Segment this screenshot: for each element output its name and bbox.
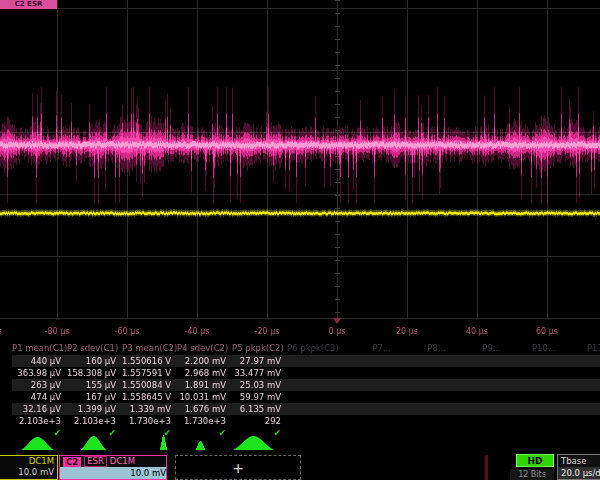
param-value-empty bbox=[397, 403, 452, 415]
param-value: 292 bbox=[232, 415, 287, 427]
param-value: 474 µV bbox=[12, 391, 67, 403]
param-value-empty bbox=[397, 367, 452, 379]
timebase-value: 20.0 µs/div bbox=[558, 467, 600, 479]
param-value-empty bbox=[562, 379, 600, 391]
param-value-empty bbox=[342, 403, 397, 415]
c2-scale-value: 10.0 mV bbox=[60, 467, 166, 479]
param-value: 59.97 mV bbox=[232, 391, 287, 403]
param-value: 1.891 mV bbox=[177, 379, 232, 391]
param-value: 1.550616 V bbox=[122, 355, 177, 367]
param-value-empty bbox=[452, 379, 507, 391]
param-value-empty bbox=[287, 415, 342, 427]
param-value: 1.558645 V bbox=[122, 391, 177, 403]
param-value-empty bbox=[397, 355, 452, 367]
time-axis-label: -20 µs bbox=[255, 327, 280, 336]
param-value: 32.16 µV bbox=[12, 403, 67, 415]
timebase-label: Tbase bbox=[558, 455, 600, 467]
param-value: 167 µV bbox=[67, 391, 122, 403]
param-header[interactable]: P4 sdev(C2) bbox=[177, 342, 232, 355]
param-header-inactive[interactable]: P10... bbox=[507, 342, 562, 355]
param-value: 263 µV bbox=[12, 379, 67, 391]
measure-table: P1 mean(C1)P2 sdev(C1)P3 mean(C2)P4 sdev… bbox=[0, 342, 600, 439]
param-value-empty bbox=[562, 403, 600, 415]
bottom-bar: DC1M 10.0 mV C2 ESR DC1M 10.0 mV + HD 12… bbox=[0, 450, 600, 480]
param-value-empty bbox=[452, 355, 507, 367]
param-value: 155 µV bbox=[67, 379, 122, 391]
trigger-time-marker[interactable] bbox=[333, 318, 341, 324]
param-value: 1.676 mV bbox=[177, 403, 232, 415]
param-value-empty bbox=[287, 355, 342, 367]
param-header-inactive[interactable]: P6 pkpk(C3) bbox=[287, 342, 342, 355]
param-value-empty bbox=[562, 415, 600, 427]
c2-coupling-label: DC1M bbox=[110, 456, 135, 467]
cropped-box-edge bbox=[485, 455, 488, 480]
param-value-empty bbox=[507, 415, 562, 427]
param-value-empty bbox=[452, 367, 507, 379]
param-value-empty bbox=[507, 355, 562, 367]
param-value: 2.200 mV bbox=[177, 355, 232, 367]
param-value-empty bbox=[287, 391, 342, 403]
param-value-empty bbox=[452, 415, 507, 427]
param-value-empty bbox=[397, 415, 452, 427]
param-value: 2.968 mV bbox=[177, 367, 232, 379]
param-value: 440 µV bbox=[12, 355, 67, 367]
timebase-descriptor[interactable]: Tbase 20.0 µs/div bbox=[557, 454, 600, 480]
param-header-inactive[interactable]: P7... bbox=[342, 342, 397, 355]
param-value-empty bbox=[397, 391, 452, 403]
add-trace-button[interactable]: + bbox=[175, 455, 301, 480]
channel-c2-descriptor[interactable]: C2 ESR DC1M 10.0 mV bbox=[59, 455, 167, 480]
param-value-empty bbox=[287, 367, 342, 379]
time-axis-label: -80 µs bbox=[45, 327, 70, 336]
param-value: 1.730e+3 bbox=[122, 415, 177, 427]
oscilloscope-screen: C2 ESR -100 µs-80 µs-60 µs-40 µs-20 µs0 … bbox=[0, 0, 600, 480]
param-value: 1.557591 V bbox=[122, 367, 177, 379]
waveform-display[interactable] bbox=[0, 0, 600, 332]
time-axis-label: 60 µs bbox=[536, 327, 558, 336]
time-axis-label: -100 µs bbox=[0, 327, 2, 336]
time-axis-label: 0 µs bbox=[329, 327, 346, 336]
param-value: 1.399 µV bbox=[67, 403, 122, 415]
param-value: 158.308 µV bbox=[67, 367, 122, 379]
param-value-empty bbox=[397, 379, 452, 391]
param-value-empty bbox=[507, 379, 562, 391]
hd-mode-badge[interactable]: HD bbox=[516, 454, 554, 467]
param-value: 10.031 mV bbox=[177, 391, 232, 403]
param-value-empty bbox=[452, 403, 507, 415]
param-value: 160 µV bbox=[67, 355, 122, 367]
channel-c1-descriptor[interactable]: DC1M 10.0 mV bbox=[0, 455, 58, 480]
param-value-empty bbox=[342, 415, 397, 427]
hd-bits-label: 12 Bits bbox=[510, 469, 554, 480]
param-value: 27.97 mV bbox=[232, 355, 287, 367]
time-axis-label: -60 µs bbox=[115, 327, 140, 336]
param-value: 25.03 mV bbox=[232, 379, 287, 391]
param-value-empty bbox=[452, 391, 507, 403]
param-value: 1.339 mV bbox=[122, 403, 177, 415]
plus-icon: + bbox=[232, 460, 244, 476]
param-value-empty bbox=[342, 367, 397, 379]
param-value: 1.730e+3 bbox=[177, 415, 232, 427]
c1-coupling-label: DC1M bbox=[0, 456, 57, 467]
param-value: 1.550084 V bbox=[122, 379, 177, 391]
param-value-empty bbox=[507, 367, 562, 379]
param-value-empty bbox=[287, 379, 342, 391]
param-value: 2.103e+3 bbox=[12, 415, 67, 427]
param-header-inactive[interactable]: P11... bbox=[562, 342, 600, 355]
param-value: 363.98 µV bbox=[12, 367, 67, 379]
c2-channel-badge: C2 bbox=[63, 457, 81, 467]
param-value-empty bbox=[507, 403, 562, 415]
c2-esr-tag: ESR bbox=[84, 456, 107, 467]
param-value: 2.103e+3 bbox=[67, 415, 122, 427]
param-header-inactive[interactable]: P9... bbox=[452, 342, 507, 355]
param-value-empty bbox=[507, 391, 562, 403]
param-header-inactive[interactable]: P8... bbox=[397, 342, 452, 355]
time-axis-label: 40 µs bbox=[466, 327, 488, 336]
param-value-empty bbox=[562, 367, 600, 379]
param-header[interactable]: P3 mean(C2) bbox=[122, 342, 177, 355]
trace-annotation-label[interactable]: C2 ESR bbox=[0, 0, 57, 9]
param-value-empty bbox=[342, 379, 397, 391]
param-header[interactable]: P1 mean(C1) bbox=[12, 342, 67, 355]
param-value-empty bbox=[342, 355, 397, 367]
param-value-empty bbox=[342, 391, 397, 403]
param-header[interactable]: P5 pkpk(C2) bbox=[232, 342, 287, 355]
param-header[interactable]: P2 sdev(C1) bbox=[67, 342, 122, 355]
